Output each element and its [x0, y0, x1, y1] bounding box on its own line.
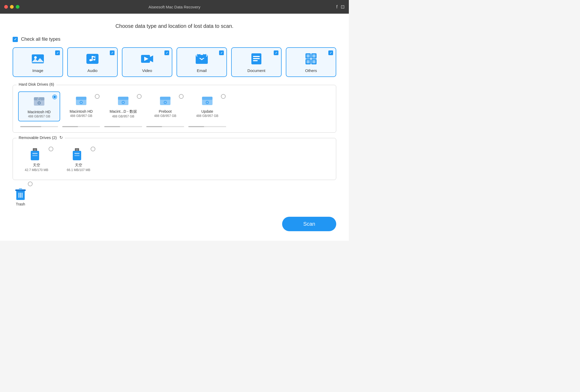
scan-button[interactable]: Scan — [282, 217, 336, 231]
email-icon — [195, 52, 209, 66]
svg-point-1 — [34, 56, 37, 59]
drive-icon-hd4 — [159, 95, 172, 107]
drive-item-hd3[interactable]: Macint...D - 数据 488 GB/957 GB — [102, 91, 144, 121]
video-label: Video — [142, 68, 152, 73]
video-icon — [140, 52, 154, 66]
removable-radio-rd1 — [49, 147, 53, 151]
main-content: Choose data type and location of lost da… — [0, 14, 349, 241]
drive-item-hd4[interactable]: Preboot 488 GB/957 GB — [144, 91, 186, 121]
drive-item-hd2[interactable]: Macintosh HD 488 GB/957 GB — [60, 91, 102, 121]
svg-point-46 — [206, 102, 208, 103]
removable-icon-rd1 — [30, 148, 43, 161]
removable-section-title: Removable Drives (2) — [19, 135, 57, 140]
drive-size-hd3: 488 GB/957 GB — [112, 115, 134, 118]
email-checkbox — [219, 50, 224, 55]
trash-content[interactable]: Trash — [15, 187, 26, 206]
trash-section: Trash — [13, 185, 336, 206]
check-all-checkbox[interactable] — [13, 37, 18, 42]
file-type-card-others[interactable]: Others — [286, 47, 336, 77]
drive-name-hd3: Macint...D - 数据 — [110, 109, 137, 114]
audio-icon — [86, 52, 99, 66]
drive-name-hd1: Macintosh HD — [28, 110, 51, 114]
image-label: Image — [32, 68, 43, 73]
removable-radio-rd2 — [91, 147, 95, 151]
drive-radio-hd1 — [52, 95, 57, 99]
drive-size-hd1: 488 GB/957 GB — [28, 115, 50, 118]
removable-drive-item-rd2[interactable]: 天空 66.1 MB/107 MB — [60, 145, 97, 174]
svg-rect-4 — [92, 56, 93, 61]
svg-marker-8 — [150, 55, 153, 62]
svg-rect-32 — [76, 97, 86, 100]
file-type-card-video[interactable]: Video — [122, 47, 172, 77]
removable-drive-item-rd1[interactable]: 天空 42.7 MB/170 MB — [18, 145, 55, 174]
svg-rect-56 — [74, 155, 80, 156]
removable-drive-name-rd1: 天空 — [33, 163, 40, 168]
svg-rect-23 — [307, 54, 310, 58]
svg-rect-55 — [74, 153, 80, 154]
app-title: Aiseesoft Mac Data Recovery — [148, 5, 200, 9]
drive-size-hd4: 488 GB/957 GB — [154, 114, 177, 118]
check-all-row: Check all file types — [13, 37, 336, 42]
svg-rect-17 — [253, 58, 260, 59]
removable-drive-size-rd1: 42.7 MB/170 MB — [25, 168, 48, 172]
svg-rect-6 — [95, 56, 95, 60]
drive-name-hd5: Update — [201, 109, 213, 114]
others-checkbox — [328, 50, 333, 55]
svg-point-42 — [164, 102, 166, 103]
drive-icon-hd1 — [33, 95, 45, 108]
svg-rect-11 — [197, 54, 200, 58]
drive-item-hd5[interactable]: Update 488 GB/957 GB — [186, 91, 228, 121]
svg-rect-44 — [202, 97, 213, 100]
drive-name-hd4: Preboot — [159, 109, 172, 114]
audio-label: Audio — [87, 68, 97, 73]
others-icon — [304, 52, 318, 66]
svg-rect-14 — [204, 53, 206, 54]
file-type-card-email[interactable]: Email — [177, 47, 227, 77]
file-type-card-document[interactable]: Document — [231, 47, 282, 77]
trash-radio — [28, 182, 33, 186]
others-label: Others — [305, 68, 317, 73]
window-controls — [4, 5, 19, 9]
svg-rect-12 — [203, 54, 206, 58]
drive-radio-hd4 — [179, 94, 184, 99]
check-all-label: Check all file types — [21, 37, 60, 42]
drive-size-hd5: 488 GB/957 GB — [196, 114, 219, 118]
drive-radio-hd3 — [137, 94, 142, 99]
hard-disk-drives-row: Macintosh HD 488 GB/957 GB Macintosh HD … — [18, 89, 331, 121]
file-type-card-audio[interactable]: Audio — [67, 47, 118, 77]
svg-rect-26 — [312, 60, 315, 63]
removable-drive-name-rd2: 天空 — [75, 163, 82, 168]
titlebar-icons: f ⊡ — [336, 4, 345, 10]
maximize-button[interactable] — [16, 5, 19, 9]
svg-rect-51 — [32, 155, 38, 156]
drive-radio-hd2 — [95, 94, 100, 99]
removable-drives-section: Removable Drives (2) ↻ 天空 42.7 MB/170 M — [13, 138, 336, 180]
svg-rect-62 — [22, 193, 23, 198]
svg-point-3 — [89, 59, 92, 61]
svg-rect-60 — [18, 193, 19, 198]
facebook-icon[interactable]: f — [336, 4, 338, 10]
image-icon — [31, 52, 45, 66]
drive-icon-hd5 — [201, 95, 214, 107]
drive-item-hd1[interactable]: Macintosh HD 488 GB/957 GB — [18, 91, 60, 121]
chat-icon[interactable]: ⊡ — [341, 4, 345, 10]
svg-rect-40 — [160, 97, 170, 100]
svg-rect-50 — [32, 153, 38, 154]
file-type-card-image[interactable]: Image — [13, 47, 63, 77]
svg-rect-59 — [19, 188, 22, 190]
svg-rect-16 — [253, 56, 260, 57]
document-label: Document — [247, 68, 265, 73]
trash-label: Trash — [16, 202, 25, 206]
refresh-icon[interactable]: ↻ — [59, 135, 63, 140]
drive-radio-hd5 — [221, 94, 226, 99]
close-button[interactable] — [4, 5, 8, 9]
minimize-button[interactable] — [10, 5, 14, 9]
svg-rect-25 — [307, 60, 310, 63]
document-checkbox — [274, 50, 278, 55]
drive-size-hd2: 488 GB/957 GB — [70, 114, 92, 118]
svg-rect-36 — [118, 97, 128, 100]
video-checkbox — [164, 50, 169, 55]
trash-icon — [15, 187, 26, 201]
audio-checkbox — [110, 50, 115, 55]
svg-point-5 — [93, 59, 95, 60]
